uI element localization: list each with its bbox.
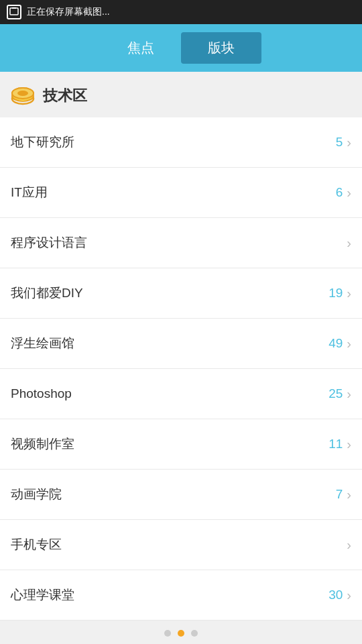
list-item-label-video-studio: 视频制作室 — [11, 435, 74, 453]
list-item-psychology-class[interactable]: 心理学课堂30› — [0, 570, 362, 621]
list-item-right-underground-lab: 5› — [324, 135, 351, 150]
list-item-label-animation-academy: 动画学院 — [11, 486, 62, 503]
tab-section[interactable]: 版块 — [181, 32, 261, 64]
list-item-label-underground-lab: 地下研究所 — [11, 133, 74, 151]
chevron-icon-diy: › — [347, 286, 351, 300]
list-item-it-apps[interactable]: IT应用6› — [0, 168, 362, 218]
list-item-painting-gallery[interactable]: 浮生绘画馆49› — [0, 319, 362, 369]
svg-rect-1 — [12, 7, 16, 9]
list-item-mobile-zone[interactable]: 手机专区› — [0, 520, 362, 570]
tab-focus[interactable]: 焦点 — [101, 32, 181, 64]
list-item-underground-lab[interactable]: 地下研究所5› — [0, 117, 362, 168]
chevron-icon-mobile-zone: › — [347, 538, 351, 551]
status-bar: 正在保存屏幕截图... — [0, 0, 362, 24]
list-item-label-mobile-zone: 手机专区 — [11, 536, 62, 553]
status-text: 正在保存屏幕截图... — [27, 6, 110, 18]
list-item-programming-lang[interactable]: 程序设计语言› — [0, 218, 362, 268]
list-item-count-diy: 19 — [324, 286, 343, 301]
chevron-icon-video-studio: › — [347, 437, 351, 451]
list-item-photoshop[interactable]: Photoshop25› — [0, 369, 362, 419]
list-item-diy[interactable]: 我们都爱DIY19› — [0, 268, 362, 319]
list-item-count-photoshop: 25 — [324, 386, 343, 401]
svg-point-6 — [17, 91, 28, 96]
list-item-video-studio[interactable]: 视频制作室11› — [0, 419, 362, 470]
section-icon — [9, 83, 36, 109]
list-item-label-diy: 我们都爱DIY — [11, 284, 83, 302]
chevron-icon-psychology-class: › — [347, 588, 351, 602]
section-title: 技术区 — [43, 86, 87, 106]
list-item-right-photoshop: 25› — [324, 386, 351, 401]
list-item-count-animation-academy: 7 — [324, 487, 343, 502]
list-item-count-underground-lab: 5 — [324, 135, 343, 150]
list-item-label-painting-gallery: 浮生绘画馆 — [11, 335, 74, 352]
list-item-right-mobile-zone: › — [347, 538, 351, 551]
pagination-dot-0[interactable] — [164, 630, 171, 637]
forum-list: 地下研究所5›IT应用6›程序设计语言›我们都爱DIY19›浮生绘画馆49›Ph… — [0, 117, 362, 621]
list-item-count-it-apps: 6 — [324, 185, 343, 200]
pagination-dot-2[interactable] — [191, 630, 198, 637]
list-item-right-psychology-class: 30› — [324, 588, 351, 602]
section-header: 技术区 — [0, 72, 362, 117]
list-item-right-painting-gallery: 49› — [324, 336, 351, 351]
list-item-label-programming-lang: 程序设计语言 — [11, 234, 87, 252]
chevron-icon-painting-gallery: › — [347, 337, 351, 350]
chevron-icon-animation-academy: › — [347, 488, 351, 501]
list-item-animation-academy[interactable]: 动画学院7› — [0, 470, 362, 520]
list-item-label-it-apps: IT应用 — [11, 184, 48, 201]
top-nav: 焦点 版块 — [0, 24, 362, 72]
chevron-icon-programming-lang: › — [347, 236, 351, 250]
screenshot-icon — [7, 5, 21, 19]
chevron-icon-it-apps: › — [347, 186, 351, 199]
list-item-right-video-studio: 11› — [324, 437, 351, 451]
list-item-count-video-studio: 11 — [324, 437, 343, 451]
list-item-right-diy: 19› — [324, 286, 351, 301]
chevron-icon-underground-lab: › — [347, 136, 351, 149]
list-item-label-psychology-class: 心理学课堂 — [11, 586, 74, 604]
pagination-dots — [0, 621, 362, 643]
pagination-dot-1[interactable] — [178, 630, 184, 637]
list-item-count-psychology-class: 30 — [324, 588, 343, 602]
list-item-label-photoshop: Photoshop — [11, 386, 72, 401]
list-item-right-animation-academy: 7› — [324, 487, 351, 502]
list-item-right-programming-lang: › — [347, 236, 351, 250]
chevron-icon-photoshop: › — [347, 387, 351, 400]
list-item-right-it-apps: 6› — [324, 185, 351, 200]
svg-rect-0 — [10, 8, 18, 15]
list-item-count-painting-gallery: 49 — [324, 336, 343, 351]
